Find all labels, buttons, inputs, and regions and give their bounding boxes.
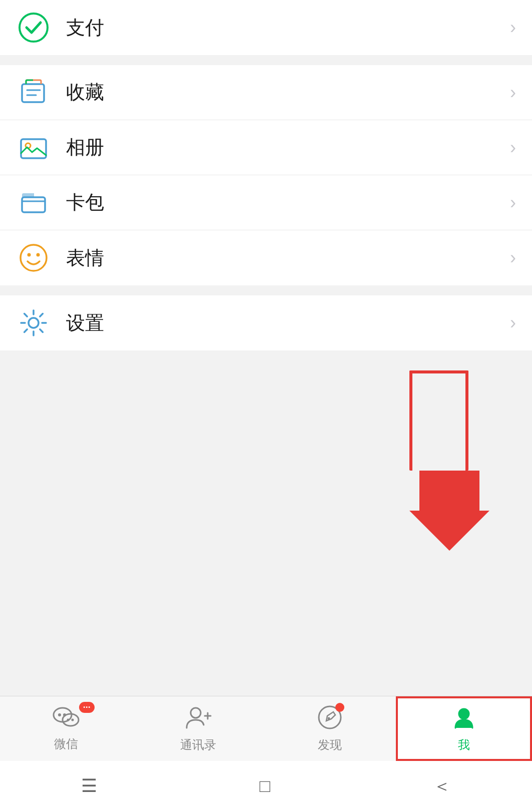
svg-rect-6: [22, 197, 45, 212]
album-label: 相册: [66, 135, 510, 160]
discover-nav-icon: [317, 705, 342, 734]
emoji-menu-item[interactable]: 表情 ›: [0, 230, 532, 285]
emoji-icon: [16, 240, 51, 275]
payment-chevron: ›: [510, 17, 516, 38]
svg-marker-23: [326, 712, 335, 721]
svg-point-19: [191, 708, 201, 718]
collect-icon: [16, 75, 51, 110]
wechat-nav-label: 微信: [54, 736, 78, 752]
nav-contacts[interactable]: 通讯录: [132, 696, 264, 761]
system-menu-btn[interactable]: ☰: [81, 775, 97, 796]
system-nav-bar: ☰ □ ＜: [0, 761, 532, 811]
arrow-annotation: [409, 370, 489, 551]
wechat-nav-icon: ···: [53, 706, 80, 733]
nav-wechat[interactable]: ··· 微信: [0, 696, 132, 761]
divider-1: [0, 55, 532, 65]
emoji-chevron: ›: [510, 247, 516, 268]
discover-nav-label: 发现: [318, 737, 342, 753]
svg-point-8: [21, 245, 47, 271]
payment-menu-item[interactable]: 支付 ›: [0, 0, 532, 55]
discover-badge: [335, 703, 344, 712]
album-chevron: ›: [510, 137, 516, 158]
svg-rect-1: [22, 84, 44, 102]
album-icon: [16, 130, 51, 165]
svg-point-18: [71, 718, 74, 721]
card-label: 卡包: [66, 190, 510, 215]
system-home-btn[interactable]: □: [260, 775, 271, 796]
emoji-label: 表情: [66, 245, 510, 271]
card-chevron: ›: [510, 192, 516, 213]
svg-point-14: [58, 713, 61, 716]
content-area: 支付 › 收藏 ›: [0, 0, 532, 696]
svg-point-9: [28, 253, 31, 257]
settings-chevron: ›: [510, 312, 516, 333]
svg-point-10: [37, 253, 40, 257]
svg-point-24: [328, 717, 330, 719]
me-nav-icon: [451, 705, 476, 734]
svg-point-17: [67, 718, 69, 721]
card-icon: [16, 185, 51, 220]
down-arrow-svg: [409, 471, 489, 551]
svg-point-16: [63, 714, 79, 726]
payment-icon: [16, 10, 51, 45]
contacts-nav-icon: [185, 705, 212, 734]
nav-discover[interactable]: 发现: [264, 696, 396, 761]
system-back-btn[interactable]: ＜: [433, 774, 451, 798]
settings-label: 设置: [66, 310, 510, 336]
svg-point-25: [459, 709, 469, 719]
divider-2: [0, 285, 532, 295]
wechat-badge: ···: [79, 702, 95, 713]
collect-label: 收藏: [66, 80, 510, 105]
collect-chevron: ›: [510, 82, 516, 103]
contacts-nav-label: 通讯录: [180, 737, 216, 753]
payment-label: 支付: [66, 15, 510, 41]
settings-menu-item[interactable]: 设置 ›: [0, 295, 532, 350]
settings-icon: [16, 305, 51, 340]
collect-menu-item[interactable]: 收藏 ›: [0, 65, 532, 120]
payment-section: 支付 ›: [0, 0, 532, 55]
me-nav-label: 我: [458, 737, 470, 753]
tools-section: 收藏 › 相册 › 卡包 ›: [0, 65, 532, 285]
bottom-nav: ··· 微信 通讯录 发现: [0, 696, 532, 761]
settings-section: 设置 ›: [0, 295, 532, 350]
svg-point-11: [29, 318, 39, 328]
svg-marker-12: [409, 471, 489, 551]
svg-point-0: [20, 14, 48, 42]
nav-me[interactable]: 我: [396, 696, 532, 761]
card-menu-item[interactable]: 卡包 ›: [0, 175, 532, 230]
album-menu-item[interactable]: 相册 ›: [0, 120, 532, 175]
